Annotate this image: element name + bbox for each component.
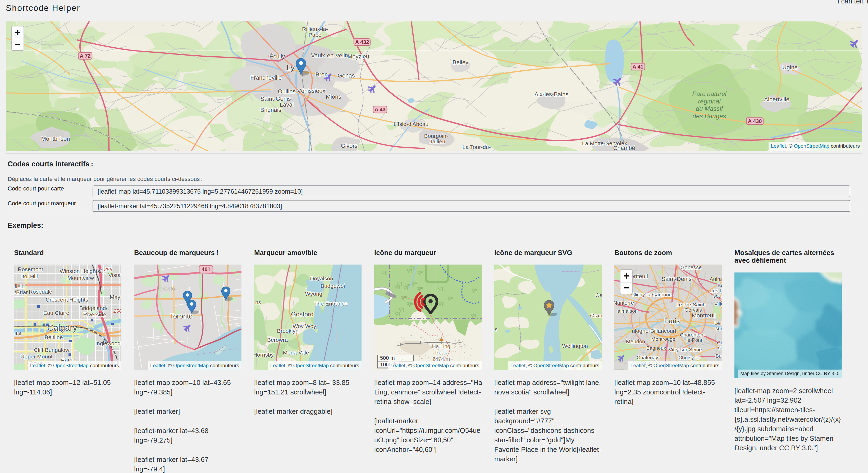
svg-text:Inglewood: Inglewood	[95, 340, 121, 346]
svg-text:Le Pré-Saint-: Le Pré-Saint-	[676, 302, 706, 307]
svg-text:Vaulx-en-Velin: Vaulx-en-Velin	[311, 52, 348, 59]
svg-text:A 43: A 43	[374, 107, 385, 112]
svg-text:401: 401	[202, 266, 210, 272]
svg-text:sur-: sur-	[718, 345, 722, 350]
svg-text:Ly: Ly	[286, 63, 294, 72]
svg-text:Aulnay-so: Aulnay-so	[710, 276, 722, 282]
svg-text:Grand La: Grand La	[590, 313, 602, 319]
svg-text:Choisy-le-: Choisy-le-	[678, 355, 701, 360]
svg-text:Le Perre: Le Perre	[714, 320, 722, 326]
svg-text:field: field	[14, 283, 25, 289]
svg-text:Givors: Givors	[341, 143, 358, 149]
svg-text:Toronto: Toronto	[170, 312, 193, 320]
svg-text:Jallieu: Jallieu	[430, 138, 445, 144]
svg-text:Crescent Heights: Crescent Heights	[45, 297, 88, 303]
svg-text:Albertville: Albertville	[764, 96, 789, 102]
svg-text:A 430: A 430	[748, 118, 762, 124]
svg-text:Berowra: Berowra	[267, 337, 288, 343]
svg-text:Rosedale: Rosedale	[29, 289, 52, 295]
svg-text:Bois: Bois	[717, 283, 722, 288]
svg-text:Bagneux: Bagneux	[646, 345, 666, 351]
svg-text:itol Hill: itol Hill	[22, 273, 38, 279]
svg-text:L'Isle-d'Abeau: L'Isle-d'Abeau	[394, 121, 429, 127]
svg-text:Clichy-la-Garenne: Clichy-la-Garenne	[631, 292, 672, 297]
svg-text:Sucy-e: Sucy-e	[715, 353, 722, 359]
svg-text:Peak: Peak	[435, 350, 447, 356]
svg-text:du Massif: du Massif	[696, 105, 723, 112]
svg-text:Laval: Laval	[280, 101, 294, 108]
svg-text:Nanterre: Nanterre	[614, 300, 634, 306]
svg-text:Mountview: Mountview	[67, 275, 94, 281]
svg-text:Rillieux-la-: Rillieux-la-	[302, 26, 328, 32]
svg-text:Cliff Bungalow: Cliff Bungalow	[34, 347, 69, 353]
svg-text:Doyalson: Doyalson	[310, 275, 333, 282]
svg-text:2474 m: 2474 m	[432, 356, 450, 362]
svg-text:Winston Heights/: Winston Heights/	[60, 268, 102, 274]
svg-text:Bridgeland/: Bridgeland/	[79, 305, 107, 311]
svg-text:sous-Bo: sous-Bo	[713, 293, 722, 299]
svg-text:Parc naturel: Parc naturel	[692, 90, 726, 97]
svg-text:Riverside: Riverside	[83, 312, 106, 318]
svg-text:Écully: Écully	[270, 53, 285, 60]
svg-text:Wyong: Wyong	[305, 291, 322, 297]
svg-text:/Briar: /Briar	[14, 289, 28, 295]
svg-text:almaison: almaison	[618, 308, 638, 314]
svg-text:Bourgoin-: Bourgoin-	[424, 133, 448, 139]
svg-text:Aix-les-Bains: Aix-les-Bains	[534, 91, 568, 98]
svg-text:Montreuil: Montreuil	[692, 312, 716, 319]
svg-text:Gonesse: Gonesse	[681, 265, 702, 270]
svg-text:Ugine: Ugine	[782, 64, 797, 71]
svg-text:Eau Claire: Eau Claire	[43, 310, 69, 316]
svg-text:Charenton-: Charenton-	[680, 332, 705, 337]
svg-text:Upper Mount: Upper Mount	[20, 353, 53, 359]
svg-text:Brignais: Brignais	[260, 107, 281, 113]
svg-text:A 432: A 432	[355, 39, 369, 45]
svg-text:lta: lta	[14, 330, 21, 336]
svg-text:Saint-Denis: Saint-Denis	[661, 276, 691, 282]
svg-text:Calgary: Calgary	[47, 323, 77, 332]
svg-text:Montrouge: Montrouge	[651, 336, 676, 342]
svg-text:Francheville: Francheville	[250, 74, 282, 81]
svg-text:Budgewoi: Budgewoi	[320, 283, 345, 289]
svg-text:Meyzieu: Meyzieu	[347, 53, 369, 60]
svg-text:Oullins: Oullins	[278, 88, 296, 95]
svg-text:Vénissieux: Vénissieux	[297, 88, 325, 94]
svg-text:A 41: A 41	[632, 64, 644, 69]
svg-text:régional: régional	[698, 98, 721, 105]
svg-text:Rosemont: Rosemont	[18, 266, 43, 272]
svg-text:Hornsby: Hornsby	[254, 352, 274, 358]
svg-text:ns: ns	[255, 299, 261, 305]
svg-text:256: 256	[113, 308, 121, 314]
svg-text:The Entrance: The Entrance	[314, 300, 347, 306]
svg-text:Vitry-sur-Seine: Vitry-sur-Seine	[669, 347, 702, 352]
svg-text:sur-Mar: sur-Mar	[715, 326, 722, 331]
svg-text:Villemon: Villemon	[714, 301, 722, 306]
svg-text:Ha Ling: Ha Ling	[432, 344, 451, 349]
svg-text:Meudon: Meudon	[626, 338, 645, 345]
svg-text:Wellington: Wellington	[562, 343, 588, 349]
svg-text:Gosford: Gosford	[291, 311, 313, 318]
svg-text:s: s	[495, 326, 497, 332]
svg-text:Châtenay-: Châtenay-	[637, 355, 660, 360]
svg-text:Oakfie: Oakfie	[595, 292, 602, 298]
svg-text:enteuil: enteuil	[631, 273, 648, 279]
svg-text:Mona Vale: Mona Vale	[283, 350, 309, 356]
svg-text:Mayla: Mayla	[110, 294, 121, 300]
svg-text:Genas: Genas	[338, 72, 355, 79]
svg-text:Pape: Pape	[308, 32, 321, 38]
svg-text:La Tour-du-: La Tour-du-	[462, 144, 491, 150]
svg-text:Brooklyn: Brooklyn	[277, 328, 299, 334]
svg-text:Mions: Mions	[326, 93, 341, 100]
svg-text:Vista: Vista	[108, 272, 121, 278]
svg-text:des Bauges: des Bauges	[693, 112, 726, 120]
svg-text:Paris: Paris	[664, 317, 680, 325]
svg-text:Gervais: Gervais	[684, 307, 702, 313]
svg-text:Bron: Bron	[315, 71, 328, 78]
svg-text:Chambé: Chambé	[613, 145, 635, 151]
svg-text:Toronto: Toronto	[157, 286, 175, 292]
svg-text:le-Pont: le-Pont	[686, 337, 703, 343]
svg-text:Beltline: Beltline	[45, 334, 63, 340]
svg-text:500 m: 500 m	[380, 355, 395, 361]
svg-text:Montbrison: Montbrison	[41, 136, 70, 142]
svg-text:Belley: Belley	[453, 59, 468, 66]
